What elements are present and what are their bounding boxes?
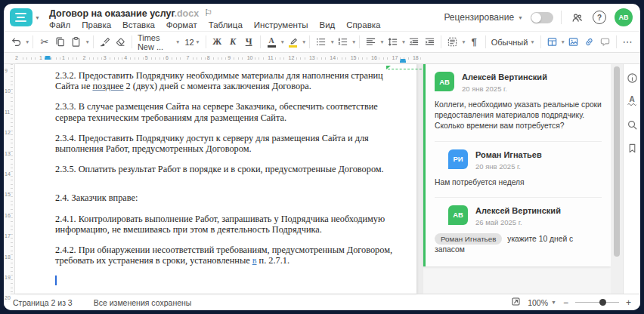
- review-toggle[interactable]: [531, 12, 553, 23]
- highlight-color-dropdown[interactable]: ▼: [302, 39, 306, 45]
- avatar: РИ: [448, 149, 468, 169]
- clear-format-eraser-icon[interactable]: [113, 34, 128, 51]
- align-dropdown[interactable]: ▼: [379, 39, 384, 45]
- insert-table-button[interactable]: [544, 34, 560, 51]
- search-icon[interactable]: [626, 119, 638, 131]
- insert-comment-button[interactable]: [597, 34, 613, 51]
- main-area: 91011121314151617181920 2.3.2. Предостав…: [4, 64, 640, 294]
- menu-tools[interactable]: Инструменты: [254, 20, 308, 29]
- app-logo-icon: [10, 8, 33, 26]
- ruler-ticks: [14, 57, 421, 60]
- decrease-indent-button[interactable]: [406, 34, 422, 51]
- scrollbar-thumb[interactable]: [614, 66, 620, 257]
- comment-text: Нам потребуется неделя: [435, 177, 602, 188]
- comment-root: АВ Алексей Вертинский 20 янв 2025 г. Кол…: [435, 72, 602, 132]
- increase-indent-button[interactable]: [422, 34, 438, 51]
- paragraph-2-3-5: 2.3.5. Оплатить результат Работ в порядк…: [55, 164, 407, 174]
- paragraph-2-3-2: 2.3.2. Предоставить Подрядчику необходим…: [55, 70, 407, 91]
- comments-panel: АВ Алексей Вертинский 20 янв 2025 г. Кол…: [423, 64, 611, 294]
- paragraph-style-select[interactable]: Обычный▼: [489, 34, 537, 51]
- bold-button[interactable]: Ж: [209, 34, 225, 51]
- comment-date: 20 янв 2025 г.: [475, 162, 542, 171]
- bullet-list-dropdown[interactable]: ▼: [330, 39, 334, 45]
- comment-reply: РИ Роман Игнатьев 20 янв 2025 г. Нам пот…: [435, 141, 602, 188]
- avatar: АВ: [435, 72, 454, 91]
- italic-button[interactable]: К: [225, 34, 241, 51]
- right-sidebar: А: [623, 64, 640, 294]
- commented-text[interactable]: позднее: [92, 81, 123, 91]
- comment-thread[interactable]: АВ Алексей Вертинский 20 янв 2025 г. Кол…: [423, 64, 611, 266]
- comment-anchor-connector: [388, 69, 426, 69]
- menu-format[interactable]: Формат: [166, 20, 197, 29]
- menu-file[interactable]: Файл: [49, 20, 70, 29]
- menu-edit[interactable]: Правка: [82, 20, 111, 29]
- paste-button[interactable]: [68, 34, 84, 51]
- text-cursor: [55, 276, 57, 285]
- comment-date: 20 янв 2025 г.: [462, 85, 547, 93]
- menu-insert[interactable]: Вставка: [122, 20, 155, 29]
- indent-marker-right[interactable]: [400, 59, 406, 63]
- zoom-out-button[interactable]: −: [563, 298, 568, 307]
- numbered-list-dropdown[interactable]: ▼: [351, 39, 356, 45]
- document-page[interactable]: 2.3.2. Предоставить Подрядчику необходим…: [15, 64, 416, 294]
- underline-button[interactable]: Ч: [241, 34, 257, 51]
- zoom-in-button[interactable]: +: [626, 298, 631, 307]
- paragraph-2-3-3: 2.3.3. В случае размещения Сайта на серв…: [55, 101, 407, 122]
- fit-width-icon[interactable]: [511, 297, 521, 308]
- paragraph-2-4: 2.4. Заказчик вправе:: [55, 192, 407, 203]
- font-color-button[interactable]: А: [264, 34, 280, 51]
- info-icon[interactable]: [626, 72, 638, 84]
- comment-text: Коллеги, необходимо указать реальные сро…: [435, 100, 602, 132]
- user-avatar[interactable]: АВ: [615, 8, 633, 26]
- numbered-list-button[interactable]: [335, 34, 351, 51]
- zoom-level-dropdown[interactable]: 100%▼: [528, 298, 556, 307]
- chevron-down-icon: ▼: [35, 15, 40, 20]
- indent-marker-left[interactable]: [45, 56, 51, 60]
- scrollbar-track[interactable]: [611, 64, 623, 294]
- insert-image-button[interactable]: [565, 34, 581, 51]
- comment-author: Роман Игнатьев: [475, 150, 542, 160]
- copy-button[interactable]: [52, 34, 68, 51]
- zoom-slider[interactable]: [575, 299, 619, 306]
- zoom-slider-thumb[interactable]: [599, 299, 606, 306]
- app-menu-button[interactable]: ▼: [10, 8, 40, 27]
- review-mode-dropdown[interactable]: Рецензирование ▼: [444, 12, 523, 23]
- cut-button[interactable]: ✂: [36, 34, 52, 51]
- show-formatting-marks-button[interactable]: ¶: [466, 34, 482, 51]
- chevron-down-icon: ▼: [518, 15, 523, 20]
- bookmark-icon[interactable]: [626, 142, 638, 154]
- document-title: Договор на оказание услуг.docx: [49, 6, 199, 20]
- menu-table[interactable]: Таблица: [209, 20, 243, 29]
- toolbar-more-button[interactable]: ⋯: [620, 34, 636, 51]
- undo-button[interactable]: [8, 34, 24, 51]
- save-status: Все изменения сохранены: [94, 298, 192, 307]
- document-canvas: 2.3.2. Предоставить Подрядчику необходим…: [15, 64, 423, 294]
- paste-dropdown[interactable]: ▼: [85, 39, 89, 45]
- flag-icon[interactable]: ⚐: [204, 8, 212, 17]
- vertical-ruler: 91011121314151617181920: [4, 64, 15, 294]
- font-size-select[interactable]: 12▼: [182, 34, 202, 51]
- paragraph-settings-dropdown[interactable]: ▼: [461, 39, 466, 45]
- paragraph-2-3-4: 2.3.4. Предоставить Подрядчику доступ к …: [55, 133, 407, 154]
- highlight-color-button[interactable]: [285, 34, 301, 51]
- comment-author: Алексей Вертинский: [462, 72, 547, 82]
- toolbar: ▼ ✂ ▼ Times N: [4, 31, 640, 53]
- menu-view[interactable]: Вид: [320, 20, 336, 29]
- mention-chip[interactable]: Роман Игнатьев: [435, 233, 502, 245]
- page-indicator: Страница 2 из 3: [13, 298, 73, 307]
- font-family-select[interactable]: Times New ...▼: [135, 34, 183, 51]
- status-bar: Страница 2 из 3 Все изменения сохранены …: [4, 294, 640, 310]
- help-icon[interactable]: ?: [592, 10, 607, 25]
- collaborators-icon[interactable]: [569, 10, 584, 25]
- insert-link-button[interactable]: [581, 34, 597, 51]
- format-painter-icon[interactable]: [97, 34, 113, 51]
- comment-anchor-arrow-icon: [386, 66, 391, 69]
- bullet-list-button[interactable]: [313, 34, 329, 51]
- paragraph-settings-button[interactable]: [444, 34, 460, 51]
- align-left-button[interactable]: [363, 34, 379, 51]
- undo-dropdown[interactable]: ▼: [25, 39, 29, 45]
- line-spacing-button[interactable]: [385, 34, 401, 51]
- menu-help[interactable]: Справка: [346, 20, 380, 29]
- horizontal-ruler: 21123456789101112131415161718: [4, 53, 640, 64]
- spellcheck-icon[interactable]: А: [626, 95, 638, 107]
